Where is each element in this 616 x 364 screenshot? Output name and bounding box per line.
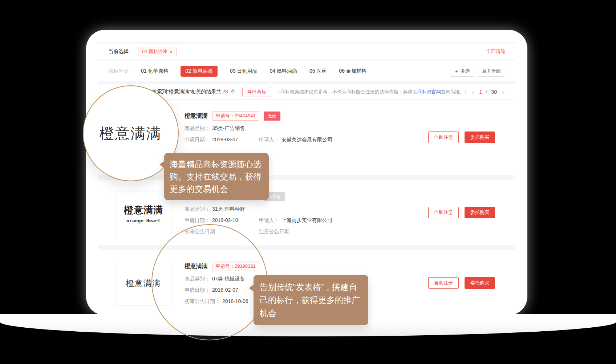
application-number-label: 申请号： xyxy=(216,113,235,118)
application-number-tag: 申请号：29474941 xyxy=(212,111,259,121)
pagination: ‹ 1 / 30 › xyxy=(470,88,507,96)
results-disclaimer: （商标检索结果仅供参考，不作为商标能否注册的法律依据；具体以商标局官网查询为准。… xyxy=(276,89,469,95)
applicant-key: 申请人： xyxy=(259,137,279,142)
self-register-button[interactable]: 自助注册 xyxy=(428,132,459,143)
row-divider xyxy=(98,175,515,180)
category-key: 商品类别： xyxy=(185,206,210,212)
trademark-image: 橙意满满 orange Heart xyxy=(115,191,171,236)
current-page: 1 xyxy=(479,89,482,95)
row-divider xyxy=(98,245,515,250)
applicant-value: 上海雨步实业有限公司 xyxy=(281,217,332,223)
category-item-02-selected[interactable]: 02 颜料油漆 xyxy=(181,66,217,77)
current-selection-label: 当前选择 xyxy=(108,48,129,55)
row-actions: 自助注册 委托购买 xyxy=(428,132,495,143)
row-actions: 自助注册 委托购买 xyxy=(428,277,495,289)
expand-all-button[interactable]: 展开全部 xyxy=(478,66,505,77)
apply-date-key: 申请日期： xyxy=(185,217,210,223)
magnifier-ring xyxy=(151,224,268,340)
applicant-key: 申请人： xyxy=(259,217,279,223)
trademark-image-text: 橙意满满 xyxy=(124,204,163,217)
applicant-value: 安徽美达会展有限公司 xyxy=(281,137,332,142)
results-unit: 个 xyxy=(231,89,236,94)
self-register-button[interactable]: 自助注册 xyxy=(428,207,459,218)
disclaimer-post: 查询为准。） xyxy=(441,89,469,94)
trademark-office-link[interactable]: 商标局官网 xyxy=(417,89,441,94)
reg-notice-key: 注册公告日期： xyxy=(259,228,295,234)
entrust-buy-button[interactable]: 委托购买 xyxy=(465,277,495,289)
apply-date-value: 2018-02-10 xyxy=(212,217,238,223)
next-page-button[interactable]: › xyxy=(500,88,506,96)
callout-bubble-promo: 告别传统“发表格”，搭建自己的标行，获得更多的推广机会 xyxy=(254,275,368,325)
close-icon[interactable]: × xyxy=(170,49,173,54)
apply-date-key: 申请日期： xyxy=(185,137,210,142)
current-selection-bar: 当前选择 02 颜料油漆 × 全部清除 xyxy=(98,44,515,60)
clear-all-button[interactable]: 全部清除 xyxy=(486,48,505,55)
self-register-button[interactable]: 自助注册 xyxy=(428,277,459,289)
category-item-01[interactable]: 01 化学原料 xyxy=(141,68,168,74)
table-row: 橙意满满 orange Heart 橙意满满 申请号：29482153 已注册 … xyxy=(98,180,515,245)
total-pages: 30 xyxy=(491,89,497,95)
results-count: 28 xyxy=(222,89,228,94)
category-bar: 商标分类 01 化学原料 02 颜料油漆 03 日化用品 04 燃料油脂 05 … xyxy=(98,61,515,81)
multi-select-button[interactable]: ＋ 多选 xyxy=(450,66,474,77)
callout-bubble-trade: 海量精品商标资源随心选购。支持在线交易，获得更多的交易机会 xyxy=(164,153,269,200)
results-summary: 检索到“橙意满满”相关的结果共28 个 xyxy=(152,89,236,95)
application-number: 29474941 xyxy=(235,113,256,118)
trademark-name: 橙意满满 xyxy=(185,112,208,120)
category-value: 31类-饲料种籽 xyxy=(212,206,245,212)
selected-filter-tag-label: 02 颜料油漆 xyxy=(142,48,167,55)
magnified-trademark-text: 橙意满满 xyxy=(100,124,162,143)
category-items: 01 化学原料 02 颜料油漆 03 日化用品 04 燃料油脂 05 医药 06… xyxy=(141,66,366,77)
category-item-06[interactable]: 06 金属材料 xyxy=(339,68,366,74)
results-summary-text: 检索到“橙意满满”相关的结果共 xyxy=(152,89,221,94)
selected-filter-tag[interactable]: 02 颜料油漆 × xyxy=(138,47,177,56)
export-trademark-button[interactable]: 导出商标 xyxy=(242,87,271,97)
category-value: 35类-广告销售 xyxy=(212,125,245,131)
page-separator: / xyxy=(486,89,487,95)
category-actions: ＋ 多选 展开全部 xyxy=(450,66,505,77)
category-item-04[interactable]: 04 燃料油脂 xyxy=(270,68,297,74)
category-item-05[interactable]: 05 医药 xyxy=(309,68,327,74)
category-key: 商品类别： xyxy=(185,125,210,131)
prev-page-button[interactable]: ‹ xyxy=(470,88,475,96)
category-item-03[interactable]: 03 日化用品 xyxy=(230,68,257,74)
reg-notice-value: – xyxy=(297,228,300,234)
category-bar-label: 商标分类 xyxy=(108,68,129,74)
entrust-buy-button[interactable]: 委托购买 xyxy=(465,207,495,218)
row-actions: 自助注册 委托购买 xyxy=(428,207,495,218)
entrust-buy-button[interactable]: 委托购买 xyxy=(465,132,495,143)
apply-date-value: 2018-03-07 xyxy=(212,137,238,142)
disclaimer-pre: （商标检索结果仅供参考，不作为商标能否注册的法律依据；具体以 xyxy=(276,89,417,94)
status-badge: 无效 xyxy=(264,112,280,121)
trademark-image-subtext: orange Heart xyxy=(126,218,161,223)
